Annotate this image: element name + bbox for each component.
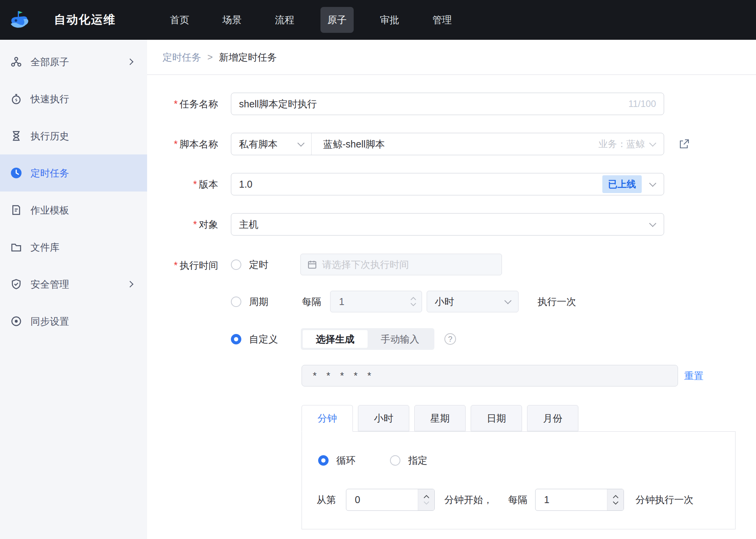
cron-expression-row: 重置 — [302, 365, 756, 386]
script-name-value[interactable]: 蓝鲸-shell脚本 — [312, 138, 598, 151]
custom-mode-tabs: 选择生成 手动输入 — [301, 328, 434, 350]
tab-month[interactable]: 月份 — [527, 405, 578, 431]
stepper-arrows[interactable] — [418, 489, 434, 510]
period-prefix: 每隔 — [302, 295, 321, 308]
task-name-input[interactable] — [231, 93, 628, 115]
status-badge: 已上线 — [602, 175, 642, 193]
target-value: 主机 — [231, 214, 650, 235]
required-mark: * — [174, 98, 178, 109]
nav-item-atoms[interactable]: 原子 — [320, 7, 354, 33]
period-interval-value: 1 — [339, 296, 344, 307]
script-name-input-shell: 私有脚本 蓝鲸-shell脚本 业务：蓝鲸 — [231, 133, 664, 155]
minute-tab-panel: 循环 指定 从第 0 分钟开始， 每隔 — [302, 432, 736, 529]
timed-option-label[interactable]: 定时 — [249, 258, 268, 271]
sidebar-item-label: 文件库 — [31, 241, 59, 254]
stepper-arrows[interactable] — [607, 489, 624, 510]
chevron-right-icon — [127, 281, 134, 288]
main-content: 定时任务 > 新增定时任务 *任务名称 11/100 *脚本名称 私有脚本 — [147, 40, 756, 539]
arrow-down-icon — [410, 303, 416, 306]
sidebar-item-label: 同步设置 — [31, 315, 69, 328]
from-suffix: 分钟开始， — [444, 493, 493, 506]
loop-label[interactable]: 循环 — [336, 454, 356, 467]
nav-item-flows[interactable]: 流程 — [268, 7, 301, 33]
target-select[interactable]: 主机 — [231, 213, 664, 236]
from-minute-value[interactable]: 0 — [346, 494, 418, 505]
nav-item-home[interactable]: 首页 — [163, 7, 196, 33]
tab-generate-by-select[interactable]: 选择生成 — [303, 330, 368, 348]
arrow-down-icon — [613, 501, 619, 505]
nav-item-approval[interactable]: 审批 — [373, 7, 406, 33]
tab-minute[interactable]: 分钟 — [302, 405, 353, 432]
breadcrumb-parent-link[interactable]: 定时任务 — [163, 51, 201, 64]
sidebar-item-label: 执行历史 — [31, 130, 69, 142]
required-mark: * — [193, 219, 197, 230]
period-option-row: 周期 每隔 1 小时 执行一次 — [231, 291, 576, 312]
sidebar-item-exec-history[interactable]: 执行历史 — [0, 117, 147, 154]
every-minute-value[interactable]: 1 — [536, 494, 607, 505]
reset-link[interactable]: 重置 — [684, 370, 703, 382]
custom-option-row: 自定义 选择生成 手动输入 ? — [231, 328, 576, 350]
minute-mode-radios: 循环 指定 — [318, 454, 735, 467]
version-select[interactable]: 1.0 已上线 — [231, 173, 664, 195]
nav-item-scenes[interactable]: 场景 — [215, 7, 249, 33]
tab-hour[interactable]: 小时 — [358, 405, 409, 431]
from-minute-stepper: 0 — [346, 489, 435, 511]
sidebar-item-quick-execute[interactable]: 快速执行 — [0, 80, 147, 117]
stepper-arrows[interactable] — [405, 291, 422, 312]
stopwatch-icon — [10, 93, 22, 105]
sync-icon — [10, 315, 22, 327]
chevron-down-icon — [649, 220, 656, 227]
app-title: 自动化运维 — [54, 12, 116, 28]
period-radio[interactable] — [231, 297, 241, 307]
period-interval-stepper[interactable]: 1 — [330, 291, 422, 312]
sidebar-item-scheduled-tasks[interactable]: 定时任务 — [0, 154, 147, 192]
required-mark: * — [174, 139, 178, 149]
external-link-icon[interactable] — [678, 138, 690, 150]
chevron-down-icon[interactable] — [649, 139, 656, 146]
custom-option-label[interactable]: 自定义 — [249, 333, 278, 346]
tab-day[interactable]: 日期 — [471, 405, 522, 431]
sidebar-item-file-library[interactable]: 文件库 — [0, 229, 147, 266]
script-type-select[interactable]: 私有脚本 — [231, 133, 312, 155]
business-suffix: 业务：蓝鲸 — [598, 138, 645, 150]
tab-week[interactable]: 星期 — [414, 405, 466, 431]
arrow-up-icon — [613, 495, 619, 498]
clock-icon — [10, 167, 22, 179]
datetime-picker[interactable] — [300, 254, 502, 275]
nav-item-admin[interactable]: 管理 — [425, 7, 459, 33]
cron-unit-tabs: 分钟 小时 星期 日期 月份 — [302, 405, 736, 432]
specify-radio[interactable] — [390, 455, 400, 466]
period-unit-select[interactable]: 小时 — [427, 291, 519, 312]
task-name-label: *任务名称 — [147, 98, 218, 110]
sidebar-item-security[interactable]: 安全管理 — [0, 266, 147, 303]
chevron-down-icon — [297, 139, 304, 146]
breadcrumb-separator: > — [207, 52, 213, 63]
every-prefix: 每隔 — [508, 493, 527, 506]
cron-expression-input[interactable] — [302, 365, 678, 386]
next-exec-time-input[interactable] — [317, 254, 502, 275]
whale-ship-logo — [7, 8, 31, 32]
specify-label[interactable]: 指定 — [408, 454, 427, 467]
breadcrumb: 定时任务 > 新增定时任务 — [147, 40, 756, 75]
sidebar-item-sync-settings[interactable]: 同步设置 — [0, 303, 147, 340]
timed-radio[interactable] — [231, 259, 241, 270]
sidebar-item-label: 安全管理 — [31, 278, 69, 291]
sidebar-item-job-templates[interactable]: 作业模板 — [0, 192, 147, 229]
timed-option-row: 定时 — [231, 254, 576, 275]
chevron-right-icon — [127, 59, 134, 65]
custom-radio[interactable] — [231, 334, 241, 344]
document-icon — [10, 204, 22, 216]
sidebar-item-label: 快速执行 — [31, 93, 69, 105]
tab-manual-input[interactable]: 手动输入 — [368, 330, 432, 348]
period-option-label[interactable]: 周期 — [249, 295, 268, 308]
help-icon[interactable]: ? — [444, 333, 456, 345]
atom-nodes-icon — [10, 56, 22, 68]
version-value: 1.0 — [231, 173, 602, 195]
sidebar-item-all-atoms[interactable]: 全部原子 — [0, 43, 147, 80]
exec-time-row: *执行时间 定时 周期 每隔 — [147, 254, 756, 350]
loop-radio[interactable] — [318, 455, 329, 466]
exec-time-label: *执行时间 — [147, 254, 218, 272]
every-suffix: 分钟执行一次 — [636, 493, 693, 506]
arrow-up-icon — [410, 297, 416, 300]
task-name-input-shell: 11/100 — [231, 93, 664, 115]
